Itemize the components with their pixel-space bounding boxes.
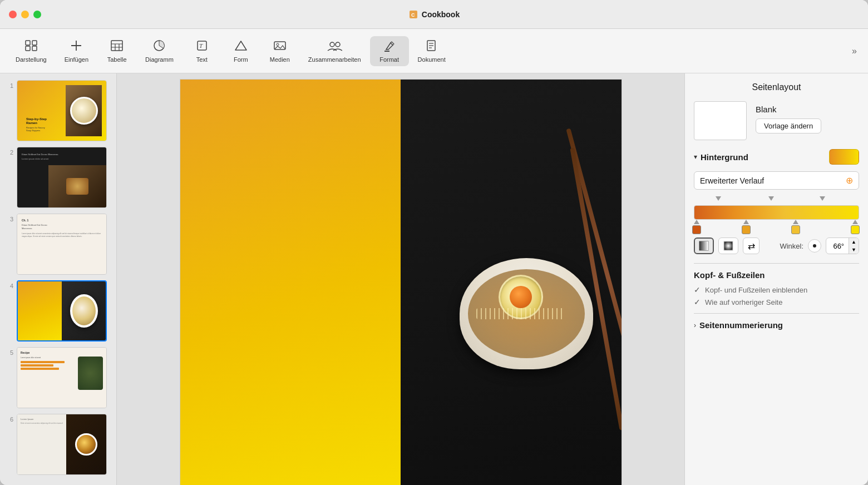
maximize-button[interactable] (33, 11, 41, 18)
template-info: Blank Vorlage ändern (756, 105, 821, 133)
stop-triangle-down-1 (716, 196, 721, 201)
stop-triangle-down-2 (768, 196, 774, 201)
gradient-stop-1[interactable] (742, 220, 751, 234)
seitennummerierung-section: › Seitennummerierung (694, 320, 859, 330)
canvas-slide (180, 79, 622, 485)
angle-input-group: 66° ▲ ▼ (826, 237, 859, 254)
svg-text:C: C (411, 12, 415, 18)
toolbar-item-tabelle[interactable]: Tabelle (97, 36, 136, 66)
gradient-stop-3[interactable] (851, 220, 860, 234)
slide-item-3[interactable]: 3 Ch. 1 Etiam Sit Amet Eat DonecMaecenas… (4, 212, 112, 276)
tabelle-label: Tabelle (107, 56, 127, 63)
slide-number-5: 5 (6, 349, 13, 356)
slide-item-6[interactable]: 6 Lorem Ipsum Dolor sit amet consectetur… (4, 413, 112, 476)
slide-item-2[interactable]: 2 Etiam Sit Amet Eat Donec Maecenas Lore… (4, 146, 112, 209)
gradient-top-stop-2[interactable] (768, 196, 774, 204)
svg-rect-2 (26, 41, 30, 45)
checkbox-icon-1[interactable]: ✓ (694, 285, 701, 294)
stop-color-1 (742, 225, 751, 234)
gradient-bar[interactable] (694, 205, 859, 220)
window-controls (9, 11, 41, 18)
form-label: Form (234, 56, 248, 63)
toolbar-item-dokument[interactable]: Dokument (409, 36, 455, 66)
slide-number-4: 4 (6, 283, 13, 289)
canvas-right-panel (401, 80, 622, 485)
form-icon (234, 39, 248, 54)
diagramm-icon (152, 39, 166, 54)
swap-gradient-button[interactable]: ⇄ (743, 237, 760, 254)
toolbar-item-text[interactable]: T Text (183, 36, 221, 66)
toolbar-item-einfuegen[interactable]: Einfügen (56, 36, 97, 66)
panel-title: Seitenlayout (694, 82, 859, 92)
gradient-top-stop-3[interactable] (820, 196, 825, 204)
slide-number-3: 3 (6, 216, 13, 222)
minimize-button[interactable] (21, 11, 29, 18)
toolbar-more-button[interactable]: » (847, 42, 861, 61)
checkbox-icon-2[interactable]: ✓ (694, 298, 701, 306)
seitennummerierung-chevron-icon[interactable]: › (694, 321, 696, 329)
hintergrund-chevron-icon[interactable]: ▾ (694, 153, 697, 161)
radial-gradient-button[interactable] (718, 237, 738, 254)
gradient-dropdown-row: Erweiterter Verlauf ⊕ (694, 171, 859, 190)
angle-step-down[interactable]: ▼ (849, 246, 859, 254)
gradient-type-dropdown[interactable]: Erweiterter Verlauf ⊕ (694, 171, 859, 190)
slide-thumb-1: Step-by-StepRamen Recipes for SavorySoup… (17, 80, 107, 141)
svg-rect-3 (32, 41, 37, 45)
toolbar-item-medien[interactable]: Medien (260, 36, 299, 66)
dropdown-arrow-icon: ⊕ (846, 175, 853, 186)
close-button[interactable] (9, 11, 17, 18)
stop-up-0 (694, 220, 699, 224)
kopf-fusszeilen-title: Kopf- & Fußzeilen (694, 270, 859, 280)
hintergrund-color-swatch[interactable] (829, 149, 859, 165)
section-divider-2 (694, 313, 859, 314)
gradient-container (694, 196, 859, 231)
svg-rect-27 (699, 241, 708, 250)
toolbar-item-format[interactable]: Format (370, 36, 409, 66)
stop-color-3 (851, 225, 860, 234)
stop-triangle-down-3 (820, 196, 825, 201)
dokument-icon (426, 39, 438, 54)
slide-item-4[interactable]: 4 (4, 279, 112, 343)
stop-color-2 (791, 225, 800, 234)
template-change-button[interactable]: Vorlage ändern (756, 118, 821, 133)
linear-gradient-button[interactable] (694, 237, 714, 254)
canvas-left-panel (180, 80, 401, 485)
canvas-area (117, 73, 684, 485)
stop-color-0 (692, 225, 701, 234)
slide-thumb-2: Etiam Sit Amet Eat Donec Maecenas Lorem … (17, 147, 107, 208)
radial-gradient-icon (723, 240, 734, 251)
hintergrund-label: Hintergrund (701, 152, 826, 162)
darstellung-label: Darstellung (16, 56, 47, 63)
angle-step-up[interactable]: ▲ (849, 238, 859, 246)
text-icon: T (196, 39, 208, 54)
linear-gradient-icon (698, 240, 709, 251)
toolbar-item-form[interactable]: Form (221, 36, 260, 66)
slide-item-5[interactable]: 5 Recipe Lorem ipsum dolor sit amet (4, 346, 112, 409)
swap-icon: ⇄ (748, 241, 755, 251)
svg-point-19 (330, 42, 334, 47)
einfuegen-icon (70, 39, 82, 54)
svg-marker-16 (235, 41, 246, 50)
svg-rect-5 (32, 46, 37, 51)
toolbar-item-zusammenarbeiten[interactable]: Zusammenarbeiten (299, 36, 370, 66)
slide-thumb-6: Lorem Ipsum Dolor sit amet consectetur a… (17, 414, 107, 475)
stop-up-1 (743, 220, 749, 224)
checkbox-row-2: ✓ Wie auf vorheriger Seite (694, 298, 859, 306)
angle-stepper: ▲ ▼ (849, 238, 859, 254)
gradient-top-stop-1[interactable] (716, 196, 721, 204)
toolbar-item-darstellung[interactable]: Darstellung (7, 36, 56, 66)
slide-item-1[interactable]: 1 Step-by-StepRamen Recipes for SavorySo… (4, 79, 112, 142)
window-title: C Cookbook (408, 9, 460, 19)
svg-text:T: T (199, 42, 203, 49)
gradient-stop-2[interactable] (791, 220, 800, 234)
right-panel: Seitenlayout Blank Vorlage ändern ▾ Hint… (684, 73, 868, 485)
svg-rect-28 (724, 241, 733, 250)
slides-panel: 1 Step-by-StepRamen Recipes for SavorySo… (0, 73, 117, 485)
gradient-stop-0[interactable] (692, 220, 701, 234)
toolbar-item-diagramm[interactable]: Diagramm (136, 36, 183, 66)
slide-number-1: 1 (6, 82, 13, 89)
angle-circle-control[interactable] (808, 239, 821, 253)
dokument-label: Dokument (418, 56, 446, 63)
checkbox-row-1: ✓ Kopf- und Fußzeilen einblenden (694, 285, 859, 294)
gradient-bottom-stops (694, 220, 859, 231)
